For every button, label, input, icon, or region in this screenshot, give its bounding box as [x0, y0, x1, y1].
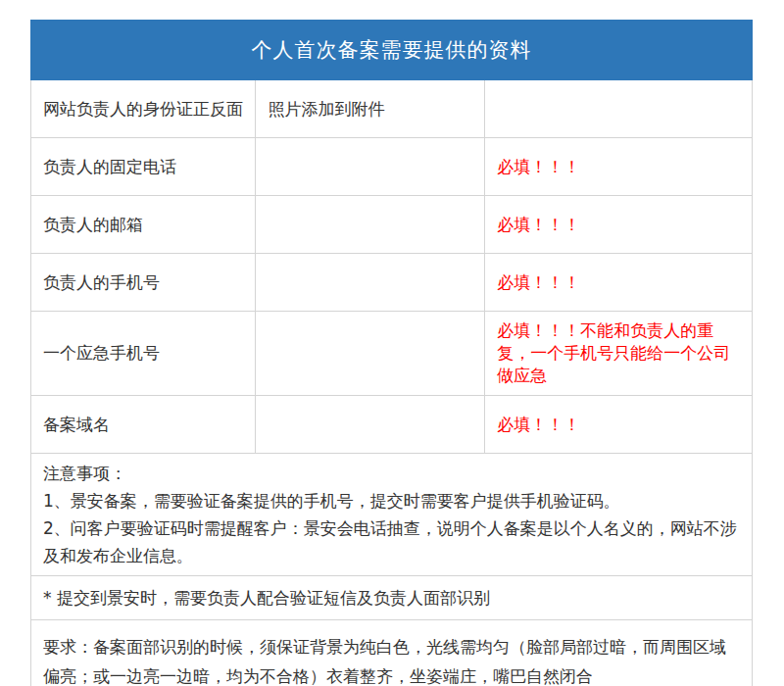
- attention-item: 1、景安备案，需要验证备案提供的手机号，提交时需要客户提供手机验证码。: [43, 487, 740, 514]
- row-value: [256, 396, 485, 454]
- row-value: [256, 312, 485, 396]
- row-value: 照片添加到附件: [256, 80, 485, 138]
- table-header-row: 个人首次备案需要提供的资料: [31, 21, 753, 80]
- page-title: 个人首次备案需要提供的资料: [31, 21, 753, 80]
- attention-notes-row: 注意事项： 1、景安备案，需要验证备案提供的手机号，提交时需要客户提供手机验证码…: [31, 454, 753, 576]
- row-value: [256, 138, 485, 196]
- submit-note-row: * 提交到景安时，需要负责人配合验证短信及负责人面部识别: [31, 576, 753, 620]
- row-note: 必填！！！不能和负责人的重复，一个手机号只能给一个公司做应急: [485, 312, 753, 396]
- requirement-note: 要求：备案面部识别的时候，须保证背景为纯白色，光线需均匀（脸部局部过暗，而周围区…: [31, 620, 753, 686]
- row-label: 一个应急手机号: [31, 312, 256, 396]
- row-label: 负责人的手机号: [31, 254, 256, 312]
- row-note: [485, 80, 753, 138]
- table-row: 备案域名 必填！！！: [31, 396, 753, 454]
- row-label: 负责人的邮箱: [31, 196, 256, 254]
- row-label: 备案域名: [31, 396, 256, 454]
- row-note: 必填！！！: [485, 138, 753, 196]
- row-value: [256, 254, 485, 312]
- attention-title: 注意事项：: [43, 460, 740, 487]
- table-row: 网站负责人的身份证正反面 照片添加到附件: [31, 80, 753, 138]
- filing-requirements-table: 个人首次备案需要提供的资料 网站负责人的身份证正反面 照片添加到附件 负责人的固…: [30, 20, 753, 686]
- row-value: [256, 196, 485, 254]
- row-note: 必填！！！: [485, 396, 753, 454]
- table-row: 负责人的固定电话 必填！！！: [31, 138, 753, 196]
- row-label: 负责人的固定电话: [31, 138, 256, 196]
- table-row: 负责人的邮箱 必填！！！: [31, 196, 753, 254]
- table-row: 一个应急手机号 必填！！！不能和负责人的重复，一个手机号只能给一个公司做应急: [31, 312, 753, 396]
- attention-item: 2、问客户要验证码时需提醒客户：景安会电话抽查，说明个人备案是以个人名义的，网站…: [43, 514, 740, 569]
- table-row: 负责人的手机号 必填！！！: [31, 254, 753, 312]
- row-note: 必填！！！: [485, 254, 753, 312]
- row-note: 必填！！！: [485, 196, 753, 254]
- requirement-row: 要求：备案面部识别的时候，须保证背景为纯白色，光线需均匀（脸部局部过暗，而周围区…: [31, 620, 753, 686]
- attention-notes: 注意事项： 1、景安备案，需要验证备案提供的手机号，提交时需要客户提供手机验证码…: [31, 454, 753, 576]
- submit-note: * 提交到景安时，需要负责人配合验证短信及负责人面部识别: [31, 576, 753, 620]
- row-label: 网站负责人的身份证正反面: [31, 80, 256, 138]
